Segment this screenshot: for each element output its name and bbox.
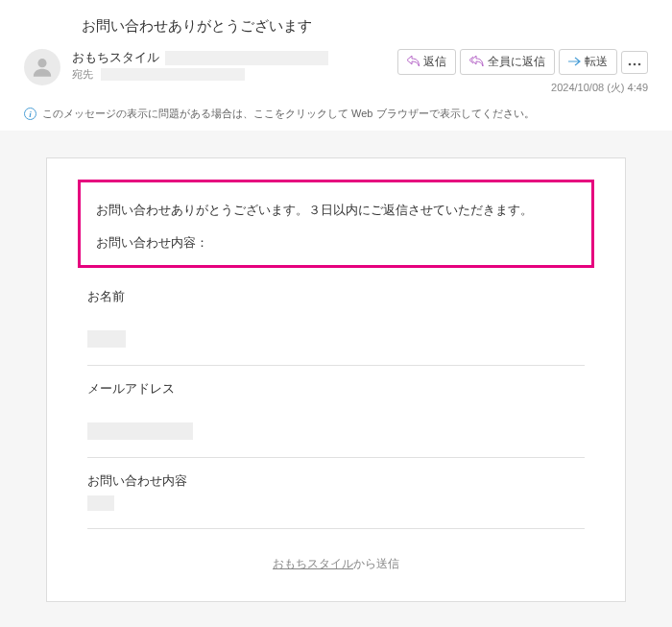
inquiry-value-redacted [87, 495, 114, 511]
forward-arrow-icon [568, 56, 581, 69]
forward-button[interactable]: 転送 [559, 49, 617, 75]
field-inquiry: お問い合わせ内容 [87, 473, 585, 529]
name-field-label: お名前 [87, 289, 585, 305]
sender-info: おもちスタイル 宛先 [72, 49, 397, 82]
field-name: お名前 [87, 289, 585, 366]
to-address-redacted [101, 68, 245, 81]
to-label: 宛先 [72, 68, 93, 80]
sender-avatar [24, 49, 60, 85]
email-value-redacted [87, 422, 193, 440]
reply-all-label: 全員に返信 [488, 54, 545, 70]
inquiry-field-label: お問い合わせ内容 [87, 473, 585, 490]
email-header: お問い合わせありがとうございます おもちスタイル 宛先 [0, 0, 672, 103]
email-subject: お問い合わせありがとうございます [82, 17, 648, 36]
name-value-redacted [87, 330, 126, 348]
info-icon: i [24, 108, 36, 120]
email-field-label: メールアドレス [87, 381, 585, 398]
footer-sender-link[interactable]: おもちスタイル [273, 557, 353, 570]
reply-all-arrow-icon [469, 56, 484, 69]
highlight-box: お問い合わせありがとうございます。３日以内にご返信させていただきます。 お問い合… [78, 180, 594, 268]
action-toolbar: 返信 全員に返信 転送 [397, 49, 648, 75]
svg-point-3 [638, 62, 641, 65]
forward-label: 転送 [585, 54, 608, 70]
person-icon [30, 55, 55, 80]
email-timestamp: 2024/10/08 (火) 4:49 [551, 81, 648, 95]
highlight-sub-text: お問い合わせ内容： [96, 235, 576, 252]
field-email: メールアドレス [87, 381, 585, 458]
ellipsis-icon [628, 56, 641, 69]
reply-button[interactable]: 返信 [397, 49, 456, 75]
reply-arrow-icon [407, 56, 420, 69]
svg-point-1 [629, 62, 632, 65]
email-footer: おもちスタイルから送信 [78, 556, 594, 572]
email-body-area: お問い合わせありがとうございます。３日以内にご返信させていただきます。 お問い合… [0, 131, 672, 627]
more-actions-button[interactable] [621, 51, 648, 74]
footer-suffix: から送信 [353, 557, 399, 570]
reply-label: 返信 [423, 54, 446, 70]
email-content-card: お問い合わせありがとうございます。３日以内にご返信させていただきます。 お問い合… [46, 157, 626, 602]
sender-name: おもちスタイル [72, 49, 159, 66]
svg-point-0 [37, 59, 46, 67]
sender-address-redacted [165, 51, 328, 65]
browser-view-notice[interactable]: i このメッセージの表示に問題がある場合は、ここをクリックして Web ブラウザ… [0, 103, 672, 131]
svg-point-2 [634, 62, 636, 65]
notice-text: このメッセージの表示に問題がある場合は、ここをクリックして Web ブラウザーで… [42, 107, 535, 121]
highlight-main-text: お問い合わせありがとうございます。３日以内にご返信させていただきます。 [96, 200, 576, 222]
reply-all-button[interactable]: 全員に返信 [460, 49, 555, 75]
